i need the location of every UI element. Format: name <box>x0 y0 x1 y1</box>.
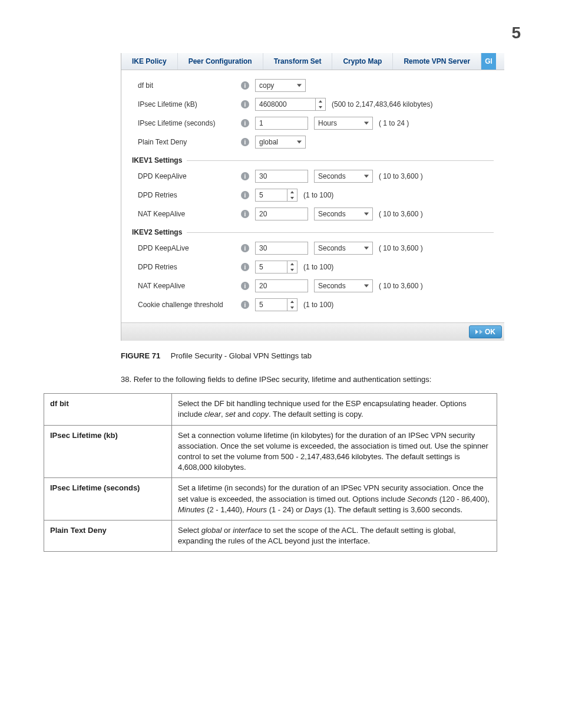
row-ipsec-lifetime-kb: IPsec Lifetime (kB) i 4608000 (500 to 2,… <box>132 95 494 114</box>
select-unit[interactable]: Seconds <box>314 242 373 255</box>
info-icon[interactable]: i <box>241 301 249 309</box>
ok-button[interactable]: OK <box>469 325 502 338</box>
row-plain-text-deny: Plain Text Deny i global <box>132 133 494 151</box>
spinner-ikev1-dpd-retries[interactable]: 5 <box>255 189 297 202</box>
page-number: 5 <box>35 24 521 42</box>
info-icon[interactable]: i <box>241 263 249 271</box>
label: NAT KeepAlive <box>132 282 241 290</box>
section-title: IKEV2 Settings <box>132 228 182 236</box>
select-lifetime-unit[interactable]: Hours <box>314 117 373 130</box>
select-unit[interactable]: Seconds <box>314 279 373 292</box>
hint: (1 to 100) <box>303 263 333 271</box>
spinner-down-icon[interactable] <box>287 195 297 201</box>
row-ipsec-lifetime-sec: IPsec Lifetime (seconds) i 1 Hours ( 1 t… <box>132 114 494 133</box>
select-value: Seconds <box>318 210 346 218</box>
tab-crypto-map[interactable]: Crypto Map <box>332 53 393 70</box>
input-ipsec-lifetime-sec[interactable]: 1 <box>255 117 308 130</box>
info-icon[interactable]: i <box>241 81 249 90</box>
info-icon[interactable]: i <box>241 244 249 252</box>
tab-transform-set[interactable]: Transform Set <box>263 53 333 70</box>
label: DPD KeepALive <box>132 244 241 252</box>
tab-bar: IKE Policy Peer Configuration Transform … <box>121 53 504 70</box>
select-plain-text-deny[interactable]: global <box>255 136 306 149</box>
label-df-bit: df bit <box>132 81 241 90</box>
select-df-bit[interactable]: copy <box>255 79 306 92</box>
select-unit[interactable]: Seconds <box>314 207 373 220</box>
spinner-down-icon[interactable] <box>316 104 325 110</box>
row-cookie-challenge-threshold: Cookie challenge threshold i 5 (1 to 100… <box>132 295 494 314</box>
row-ikev1-dpd-keepalive: DPD KeepAlive i 30 Seconds ( 10 to 3,600… <box>132 167 494 186</box>
tab-ike-policy[interactable]: IKE Policy <box>121 53 178 70</box>
chevron-down-icon <box>364 175 369 178</box>
spinner-value: 5 <box>259 263 263 271</box>
input-value: 20 <box>259 282 267 290</box>
spinner-up-icon[interactable] <box>316 98 325 104</box>
chevron-down-icon <box>364 285 369 288</box>
input-ikev1-dpd-keepalive[interactable]: 30 <box>255 170 308 183</box>
input-ikev1-nat-keepalive[interactable]: 20 <box>255 207 308 220</box>
row-ikev2-dpd-keepalive: DPD KeepALive i 30 Seconds ( 10 to 3,600… <box>132 239 494 258</box>
label: NAT KeepAlive <box>132 210 241 218</box>
figure-caption: FIGURE 71 Profile Security - Global VPN … <box>121 351 527 360</box>
spinner-ipsec-lifetime-kb[interactable]: 4608000 <box>255 98 326 111</box>
cell-desc: Set a connection volume lifetime (in kil… <box>172 425 497 478</box>
select-value: copy <box>259 81 274 90</box>
table-row: Plain Text Deny Select global or interfa… <box>44 520 497 551</box>
row-ikev2-dpd-retries: DPD Retries i 5 (1 to 100) <box>132 258 494 276</box>
row-ikev1-dpd-retries: DPD Retries i 5 (1 to 100) <box>132 186 494 205</box>
label: DPD KeepAlive <box>132 172 241 180</box>
cell-name: IPsec Lifetime (seconds) <box>44 478 172 521</box>
ok-label: OK <box>485 328 495 336</box>
label: DPD Retries <box>132 263 241 271</box>
row-df-bit: df bit i copy <box>132 76 494 95</box>
info-icon[interactable]: i <box>241 100 249 108</box>
input-value: 30 <box>259 172 267 180</box>
tab-peer-configuration[interactable]: Peer Configuration <box>178 53 263 70</box>
spinner-up-icon[interactable] <box>287 299 297 305</box>
spinner-down-icon[interactable] <box>287 267 297 273</box>
cell-desc: Set a lifetime (in seconds) for the dura… <box>172 478 497 521</box>
info-icon[interactable]: i <box>241 119 249 127</box>
spinner-down-icon[interactable] <box>287 305 297 311</box>
label: Cookie challenge threshold <box>132 301 241 309</box>
hint-ipsec-lifetime-kb: (500 to 2,147,483,646 kilobytes) <box>332 100 432 108</box>
cell-desc: Select the DF bit handling technique use… <box>172 394 497 425</box>
select-value: Seconds <box>318 244 346 252</box>
cell-desc: Select global or interface to set the sc… <box>172 520 497 551</box>
footer-bar: OK <box>121 322 504 341</box>
input-ikev2-dpd-keepalive[interactable]: 30 <box>255 242 308 255</box>
label-ipsec-lifetime-sec: IPsec Lifetime (seconds) <box>132 119 241 127</box>
select-unit[interactable]: Seconds <box>314 170 373 183</box>
row-ikev2-nat-keepalive: NAT KeepAlive i 20 Seconds ( 10 to 3,600… <box>132 276 494 295</box>
info-icon[interactable]: i <box>241 210 249 218</box>
tab-remote-vpn-server[interactable]: Remote VPN Server <box>393 53 481 70</box>
spinner-cookie-challenge[interactable]: 5 <box>255 298 297 311</box>
input-ikev2-nat-keepalive[interactable]: 20 <box>255 279 308 292</box>
section-ikev2: IKEV2 Settings <box>132 228 494 236</box>
spinner-up-icon[interactable] <box>287 189 297 195</box>
label-ipsec-lifetime-kb: IPsec Lifetime (kB) <box>132 100 241 108</box>
chevron-down-icon <box>297 141 302 144</box>
hint: (1 to 100) <box>303 191 333 199</box>
chevron-down-icon <box>364 247 369 250</box>
tab-partial[interactable]: Gl <box>481 53 496 70</box>
info-icon[interactable]: i <box>241 172 249 180</box>
spinner-value: 4608000 <box>259 100 287 108</box>
select-value: Hours <box>318 119 337 127</box>
figure-label: FIGURE 71 <box>121 351 160 360</box>
hint: (1 to 100) <box>303 301 333 309</box>
chevron-right-icon <box>480 328 482 336</box>
hint-ipsec-lifetime-sec: ( 1 to 24 ) <box>379 119 409 127</box>
chevron-right-icon <box>475 328 477 336</box>
section-ikev1: IKEV1 Settings <box>132 156 494 164</box>
info-icon[interactable]: i <box>241 282 249 290</box>
figure-text: Profile Security - Global VPN Settings t… <box>171 351 312 360</box>
spinner-ikev2-dpd-retries[interactable]: 5 <box>255 261 297 274</box>
step-text: 38. Refer to the following fields to def… <box>121 374 527 385</box>
spinner-up-icon[interactable] <box>287 261 297 267</box>
hint: ( 10 to 3,600 ) <box>379 244 423 252</box>
info-icon[interactable]: i <box>241 191 249 199</box>
chevron-down-icon <box>297 84 302 87</box>
info-icon[interactable]: i <box>241 138 249 146</box>
settings-panel: IKE Policy Peer Configuration Transform … <box>121 53 504 341</box>
